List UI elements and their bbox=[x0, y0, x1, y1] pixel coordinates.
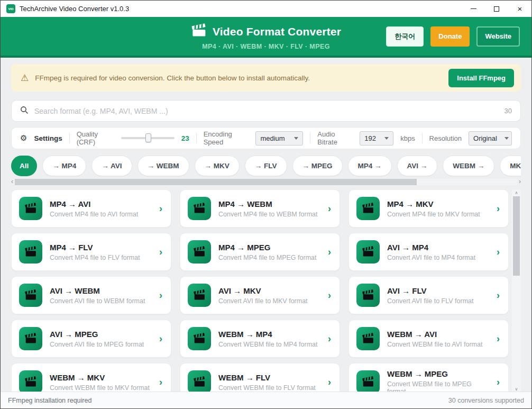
conversion-card[interactable]: MP4 → FLV Convert MP4 file to FLV format… bbox=[11, 233, 171, 271]
filter-chip[interactable]: → WEBM bbox=[137, 156, 189, 176]
card-subtitle: Convert WEBM file to MPEG format bbox=[387, 380, 489, 392]
conversion-card[interactable]: WEBM → FLV Convert WEBM file to FLV form… bbox=[180, 363, 340, 392]
card-text: WEBM → MP4 Convert WEBM file to MP4 form… bbox=[218, 330, 318, 348]
close-button[interactable]: × bbox=[508, 1, 531, 17]
conversion-card[interactable]: AVI → MKV Convert AVI file to MKV format… bbox=[180, 276, 340, 314]
chevron-right-icon: › bbox=[159, 204, 162, 213]
filter-chip-label: → MKV bbox=[205, 162, 230, 170]
chevron-right-icon: › bbox=[497, 247, 500, 257]
app-header: Video Format Converter MP4 · AVI · WEBM … bbox=[1, 17, 531, 58]
card-subtitle: Convert WEBM file to MP4 format bbox=[218, 341, 318, 348]
filter-chip[interactable]: MP4 → bbox=[348, 156, 392, 176]
search-bar: 30 bbox=[11, 100, 521, 122]
chevron-right-icon: › bbox=[159, 290, 162, 300]
clapperboard-icon bbox=[19, 240, 42, 263]
scroll-up-icon[interactable]: ∧ bbox=[515, 189, 518, 196]
card-text: MP4 → MPEG Convert MP4 file to MPEG form… bbox=[218, 243, 316, 261]
conversion-card[interactable]: MP4 → MPEG Convert MP4 file to MPEG form… bbox=[180, 233, 340, 271]
filter-chip-label: MKV → bbox=[510, 162, 521, 170]
card-text: AVI → FLV Convert AVI file to FLV format bbox=[387, 286, 474, 305]
conversion-card[interactable]: WEBM → MP4 Convert WEBM file to MP4 form… bbox=[180, 320, 340, 358]
clapperboard-icon bbox=[19, 370, 42, 392]
conversion-card[interactable]: WEBM → MPEG Convert WEBM file to MPEG fo… bbox=[348, 363, 509, 392]
encoding-speed-select[interactable]: medium bbox=[255, 131, 303, 146]
chevron-right-icon: › bbox=[497, 290, 500, 300]
scrollbar-thumb[interactable] bbox=[15, 179, 417, 185]
scroll-left-icon[interactable]: ‹ bbox=[11, 178, 13, 185]
donate-button[interactable]: Donate bbox=[430, 26, 470, 47]
card-title: WEBM → MPEG bbox=[387, 369, 489, 378]
card-subtitle: Convert WEBM file to FLV format bbox=[218, 384, 316, 392]
card-title: MP4 → WEBM bbox=[218, 199, 318, 208]
conversion-card[interactable]: AVI → WEBM Convert AVI file to WEBM form… bbox=[11, 276, 171, 314]
conversion-card[interactable]: AVI → MP4 Convert AVI file to MP4 format… bbox=[348, 233, 509, 271]
encoding-speed-label: Encoding Speed bbox=[204, 130, 249, 146]
card-title: WEBM → MKV bbox=[50, 373, 150, 382]
filter-chip[interactable]: → FLV bbox=[245, 156, 287, 176]
filter-chip[interactable]: WEBM → bbox=[443, 156, 494, 176]
close-icon: × bbox=[518, 5, 522, 13]
settings-bar: ⚙ Settings Quality (CRF) 23 Encoding Spe… bbox=[11, 127, 521, 149]
card-text: AVI → MKV Convert AVI file to MKV format bbox=[218, 286, 308, 305]
filter-chip[interactable]: → MP4 bbox=[42, 156, 86, 176]
clapperboard-icon bbox=[19, 284, 42, 307]
conversion-card[interactable]: MP4 → WEBM Convert MP4 file to WEBM form… bbox=[180, 189, 340, 228]
status-right: 30 conversions supported bbox=[448, 397, 524, 404]
filter-chip[interactable]: All bbox=[11, 156, 37, 176]
conversion-card[interactable]: WEBM → MKV Convert WEBM file to MKV form… bbox=[11, 363, 171, 392]
audio-bitrate-select[interactable]: 192 bbox=[360, 131, 393, 146]
filter-chip[interactable]: MKV → bbox=[500, 156, 521, 176]
minimize-icon bbox=[471, 8, 476, 9]
scrollbar-thumb[interactable] bbox=[513, 196, 520, 276]
card-text: AVI → MPEG Convert AVI file to MPEG form… bbox=[50, 330, 144, 348]
status-left: FFmpeg installation required bbox=[8, 397, 91, 404]
card-subtitle: Convert AVI file to WEBM format bbox=[50, 297, 145, 305]
filter-chip-label: WEBM → bbox=[453, 162, 484, 170]
divider bbox=[422, 133, 423, 143]
conversion-card[interactable]: MP4 → AVI Convert MP4 file to AVI format… bbox=[11, 189, 171, 228]
card-title: AVI → MPEG bbox=[50, 330, 144, 339]
conversion-card[interactable]: AVI → FLV Convert AVI file to FLV format… bbox=[348, 276, 509, 314]
filter-chip[interactable]: → MPEG bbox=[292, 156, 343, 176]
language-button[interactable]: 한국어 bbox=[386, 26, 424, 47]
card-subtitle: Convert AVI file to MKV format bbox=[218, 297, 308, 305]
slider-thumb[interactable] bbox=[145, 133, 151, 142]
filter-chip-label: All bbox=[20, 162, 29, 170]
chevron-right-icon: › bbox=[159, 377, 162, 387]
card-subtitle: Convert AVI file to MP4 format bbox=[387, 254, 475, 261]
website-button[interactable]: Website bbox=[476, 26, 520, 47]
chevron-right-icon: › bbox=[328, 334, 331, 343]
scroll-right-icon[interactable]: › bbox=[519, 178, 521, 185]
conversion-card[interactable]: AVI → MPEG Convert AVI file to MPEG form… bbox=[11, 320, 171, 358]
titlebar: VID TechArchive Video Converter v1.0.3 × bbox=[1, 1, 531, 17]
clapperboard-icon bbox=[188, 284, 211, 307]
clapperboard-icon bbox=[356, 240, 380, 263]
grid-scrollbar: ∧ ∨ bbox=[512, 189, 521, 392]
search-input[interactable] bbox=[34, 107, 499, 115]
bitrate-unit: kbps bbox=[400, 134, 415, 142]
clapperboard-icon bbox=[188, 240, 211, 263]
filter-chip-label: MP4 → bbox=[358, 162, 382, 170]
format-count: 30 bbox=[505, 107, 512, 115]
conversion-grid: MP4 → AVI Convert MP4 file to AVI format… bbox=[11, 189, 509, 392]
conversion-card[interactable]: WEBM → AVI Convert WEBM file to AVI form… bbox=[348, 320, 509, 358]
filter-chip[interactable]: → AVI bbox=[91, 156, 132, 176]
card-text: WEBM → AVI Convert WEBM file to AVI form… bbox=[387, 330, 482, 348]
quality-slider[interactable] bbox=[121, 137, 175, 139]
minimize-button[interactable] bbox=[462, 1, 485, 17]
maximize-button[interactable] bbox=[485, 1, 508, 17]
chevron-right-icon: › bbox=[497, 334, 500, 343]
chevron-down-icon bbox=[384, 137, 389, 140]
filter-chip[interactable]: → MKV bbox=[195, 156, 240, 176]
card-text: AVI → WEBM Convert AVI file to WEBM form… bbox=[50, 286, 145, 305]
resolution-select[interactable]: Original bbox=[469, 131, 512, 146]
filter-chip[interactable]: AVI → bbox=[397, 156, 438, 176]
filter-chips: All→ MP4→ AVI→ WEBM→ MKV→ FLV→ MPEGMP4 →… bbox=[11, 156, 521, 177]
conversion-card[interactable]: MP4 → MKV Convert MP4 file to MKV format… bbox=[348, 189, 509, 228]
scroll-down-icon[interactable]: ∨ bbox=[515, 386, 518, 392]
card-subtitle: Convert MP4 file to MPEG format bbox=[218, 254, 316, 261]
install-ffmpeg-button[interactable]: Install FFmpeg bbox=[448, 69, 514, 87]
divider bbox=[310, 133, 310, 143]
scrollbar-track[interactable] bbox=[15, 179, 517, 185]
divider bbox=[196, 133, 197, 143]
